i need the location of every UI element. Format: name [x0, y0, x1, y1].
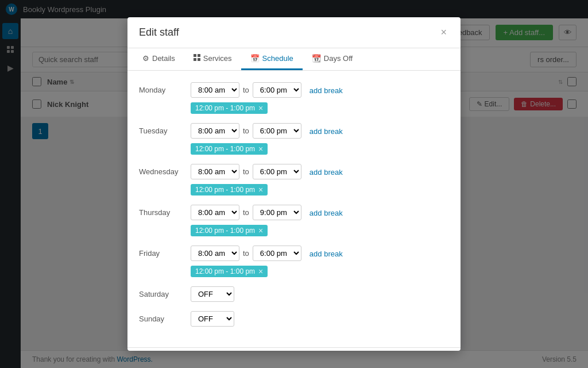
to-label-tuesday: to	[243, 126, 249, 135]
svg-rect-4	[194, 54, 196, 57]
friday-break-remove[interactable]: ×	[258, 267, 263, 275]
tab-schedule[interactable]: 📅 Schedule	[241, 48, 303, 70]
to-label-wednesday: to	[243, 167, 249, 176]
modal-overlay[interactable]: Edit staff × ⚙ Details Services 📅 Schedu…	[0, 0, 588, 368]
tuesday-break-tag: 12:00 pm - 1:00 pm ×	[191, 143, 268, 155]
modal-header: Edit staff ×	[127, 17, 461, 48]
sunday-status[interactable]: OFF	[191, 311, 234, 327]
thursday-breaks: 12:00 pm - 1:00 pm ×	[191, 225, 449, 236]
saturday-status[interactable]: OFF	[191, 286, 234, 302]
day-label-wednesday: Wednesday	[139, 164, 191, 176]
wednesday-breaks: 12:00 pm - 1:00 pm ×	[191, 184, 449, 195]
time-row-saturday: OFF	[191, 286, 449, 302]
thursday-break-remove[interactable]: ×	[258, 227, 263, 235]
tuesday-breaks: 12:00 pm - 1:00 pm ×	[191, 143, 449, 155]
tab-days-off[interactable]: 📆 Days Off	[303, 48, 362, 70]
monday-add-break[interactable]: add break	[310, 85, 343, 95]
to-label-monday: to	[243, 86, 249, 94]
modal-tabs: ⚙ Details Services 📅 Schedule 📆 Days Off	[127, 48, 461, 71]
time-row-thursday: 8:00 am to 9:00 pm add break	[191, 205, 449, 220]
day-label-friday: Friday	[139, 246, 191, 258]
to-label-friday: to	[243, 249, 249, 258]
svg-rect-7	[198, 58, 200, 61]
thursday-break-tag: 12:00 pm - 1:00 pm ×	[191, 225, 268, 236]
schedule-row-thursday: Thursday 8:00 am to 9:00 pm add break	[139, 205, 449, 236]
modal-body: Monday 8:00 am to 6:00 pm add break	[127, 71, 461, 347]
schedule-right-saturday: OFF	[191, 286, 449, 302]
schedule-row-wednesday: Wednesday 8:00 am to 6:00 pm add break	[139, 164, 449, 195]
calendar-icon: 📅	[250, 54, 260, 63]
time-row-tuesday: 8:00 am to 6:00 pm add break	[191, 123, 449, 139]
tuesday-add-break[interactable]: add break	[310, 126, 343, 136]
schedule-right-friday: 8:00 am to 6:00 pm add break 12:00 pm - …	[191, 246, 449, 277]
schedule-row-tuesday: Tuesday 8:00 am to 6:00 pm add break	[139, 123, 449, 155]
tuesday-end-time[interactable]: 6:00 pm	[253, 123, 301, 139]
schedule-right-monday: 8:00 am to 6:00 pm add break 12:00 pm - …	[191, 82, 449, 114]
wednesday-add-break[interactable]: add break	[310, 167, 343, 177]
tab-services[interactable]: Services	[184, 48, 241, 70]
monday-start-time[interactable]: 8:00 am	[191, 82, 239, 98]
wednesday-break-tag: 12:00 pm - 1:00 pm ×	[191, 184, 268, 195]
gear-icon: ⚙	[142, 54, 149, 63]
schedule-row-friday: Friday 8:00 am to 6:00 pm add break	[139, 246, 449, 277]
friday-start-time[interactable]: 8:00 am	[191, 246, 239, 261]
day-label-thursday: Thursday	[139, 205, 191, 217]
thursday-start-time[interactable]: 8:00 am	[191, 205, 239, 220]
thursday-end-time[interactable]: 9:00 pm	[253, 205, 301, 220]
schedule-row-saturday: Saturday OFF	[139, 286, 449, 302]
svg-rect-5	[198, 54, 200, 57]
modal-close-button[interactable]: ×	[438, 26, 449, 39]
schedule-right-thursday: 8:00 am to 9:00 pm add break 12:00 pm - …	[191, 205, 449, 236]
schedule-right-tuesday: 8:00 am to 6:00 pm add break 12:00 pm - …	[191, 123, 449, 155]
wednesday-end-time[interactable]: 6:00 pm	[253, 164, 301, 179]
edit-staff-modal: Edit staff × ⚙ Details Services 📅 Schedu…	[127, 17, 461, 351]
wednesday-start-time[interactable]: 8:00 am	[191, 164, 239, 179]
modal-title: Edit staff	[139, 26, 179, 39]
monday-end-time[interactable]: 6:00 pm	[253, 82, 301, 98]
day-label-saturday: Saturday	[139, 286, 191, 298]
time-row-friday: 8:00 am to 6:00 pm add break	[191, 246, 449, 261]
friday-add-break[interactable]: add break	[310, 248, 343, 258]
to-label-thursday: to	[243, 208, 249, 217]
monday-breaks: 12:00 pm - 1:00 pm ×	[191, 102, 449, 114]
schedule-row-sunday: Sunday OFF	[139, 311, 449, 327]
time-row-monday: 8:00 am to 6:00 pm add break	[191, 82, 449, 98]
schedule-right-wednesday: 8:00 am to 6:00 pm add break 12:00 pm - …	[191, 164, 449, 195]
day-label-sunday: Sunday	[139, 311, 191, 323]
day-label-monday: Monday	[139, 82, 191, 94]
schedule-row-monday: Monday 8:00 am to 6:00 pm add break	[139, 82, 449, 114]
tab-details[interactable]: ⚙ Details	[133, 48, 184, 70]
calendar-off-icon: 📆	[312, 54, 321, 63]
wednesday-break-remove[interactable]: ×	[258, 186, 263, 194]
time-row-sunday: OFF	[191, 311, 449, 327]
tuesday-break-remove[interactable]: ×	[258, 145, 263, 153]
modal-footer: 🗑 Delete... Save Close	[127, 347, 461, 351]
grid-icon	[194, 54, 200, 63]
svg-rect-6	[194, 58, 196, 61]
monday-break-tag: 12:00 pm - 1:00 pm ×	[191, 102, 268, 114]
tuesday-start-time[interactable]: 8:00 am	[191, 123, 239, 139]
friday-end-time[interactable]: 6:00 pm	[253, 246, 301, 261]
friday-breaks: 12:00 pm - 1:00 pm ×	[191, 266, 449, 277]
thursday-add-break[interactable]: add break	[310, 208, 343, 217]
day-label-tuesday: Tuesday	[139, 123, 191, 135]
monday-break-remove[interactable]: ×	[258, 104, 263, 112]
schedule-right-sunday: OFF	[191, 311, 449, 327]
time-row-wednesday: 8:00 am to 6:00 pm add break	[191, 164, 449, 179]
friday-break-tag: 12:00 pm - 1:00 pm ×	[191, 266, 268, 277]
